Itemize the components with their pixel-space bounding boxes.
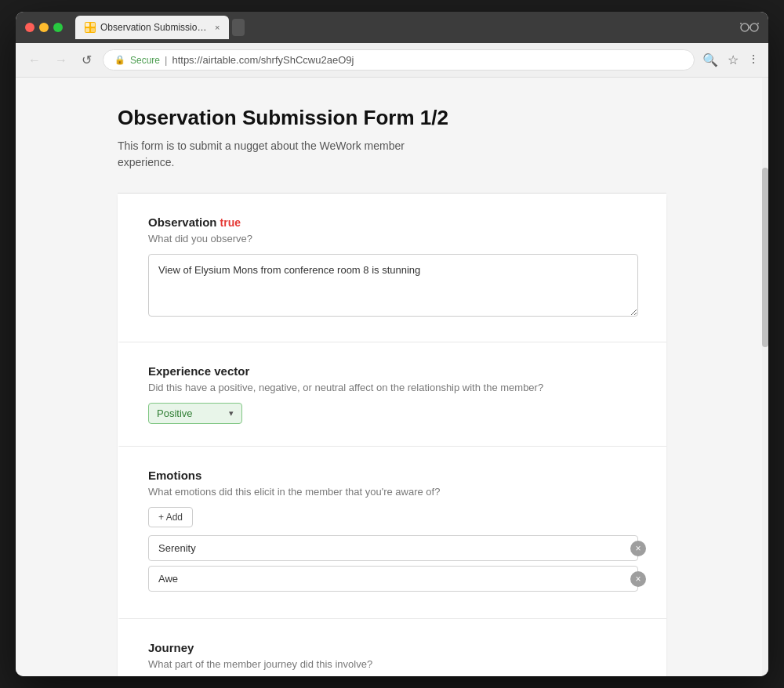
- experience-dropdown-wrapper: Positive ▾: [148, 403, 242, 424]
- close-button[interactable]: [25, 23, 34, 32]
- address-input[interactable]: 🔒 Secure | https://airtable.com/shrfyShC…: [103, 49, 695, 71]
- maximize-button[interactable]: [53, 23, 63, 32]
- tab-area: Observation Submission Form ×: [75, 16, 734, 39]
- tab-extra: [232, 19, 245, 36]
- emotion-item-serenity: ×: [148, 535, 638, 561]
- journey-description: What part of the member journey did this…: [148, 658, 638, 670]
- observation-description: What did you observe?: [148, 233, 638, 244]
- form-sections-wrapper: Observation true What did you observe? E…: [118, 194, 666, 676]
- forward-button[interactable]: →: [52, 50, 71, 71]
- bookmark-icon[interactable]: ☆: [728, 53, 739, 67]
- observation-label: Observation true: [148, 215, 638, 229]
- emotion-input-serenity[interactable]: [148, 535, 638, 561]
- menu-dots-icon[interactable]: ⋮: [748, 53, 759, 67]
- svg-rect-3: [85, 28, 89, 32]
- svg-point-6: [750, 24, 758, 31]
- active-tab[interactable]: Observation Submission Form ×: [75, 16, 229, 39]
- page-content: Observation Submission Form 1/2 This for…: [16, 78, 768, 676]
- url-text: https://airtable.com/shrfyShCcwu2aeO9j: [172, 54, 354, 66]
- minimize-button[interactable]: [39, 23, 49, 32]
- url-separator: |: [165, 54, 167, 66]
- emotions-label: Emotions: [148, 469, 638, 482]
- traffic-lights: [25, 23, 63, 32]
- experience-vector-section: Experience vector Did this have a positi…: [118, 342, 666, 446]
- lock-icon: 🔒: [114, 55, 125, 65]
- scrollbar-track: [762, 78, 768, 676]
- form-description: This form is to submit a nugget about th…: [118, 138, 447, 171]
- emotion-item-awe: ×: [148, 566, 638, 592]
- emotion-input-awe[interactable]: [148, 566, 638, 592]
- form-header: Observation Submission Form 1/2 This for…: [118, 78, 666, 194]
- experience-vector-description: Did this have a positive, negative, or n…: [148, 382, 638, 393]
- experience-dropdown[interactable]: Positive ▾: [148, 403, 242, 424]
- tab-close-icon[interactable]: ×: [215, 23, 220, 32]
- svg-rect-4: [91, 28, 95, 32]
- form-title: Observation Submission Form 1/2: [118, 106, 666, 130]
- address-bar: ← → ↺ 🔒 Secure | https://airtable.com/sh…: [16, 43, 768, 78]
- title-bar: Observation Submission Form ×: [16, 12, 768, 43]
- dropdown-arrow-icon: ▾: [229, 408, 234, 418]
- journey-section: Journey What part of the member journey …: [118, 618, 666, 676]
- search-icon[interactable]: 🔍: [702, 53, 718, 67]
- back-button[interactable]: ←: [25, 50, 44, 71]
- secure-label: Secure: [130, 55, 160, 66]
- tab-favicon: [85, 22, 96, 33]
- browser-menu-icon: [740, 20, 759, 35]
- svg-rect-2: [91, 23, 95, 27]
- observation-section: Observation true What did you observe?: [118, 194, 666, 342]
- address-actions: 🔍 ☆ ⋮: [702, 53, 759, 67]
- tab-title: Observation Submission Form: [100, 22, 210, 33]
- browser-window: Observation Submission Form × ← → ↺ 🔒 Se…: [16, 12, 768, 676]
- journey-label: Journey: [148, 641, 638, 654]
- scrollbar-thumb[interactable]: [762, 168, 768, 347]
- emotions-description: What emotions did this elicit in the mem…: [148, 486, 638, 498]
- remove-serenity-button[interactable]: ×: [630, 541, 646, 556]
- emotions-add-button[interactable]: + Add: [148, 507, 193, 527]
- remove-awe-button[interactable]: ×: [630, 571, 646, 587]
- svg-rect-1: [85, 23, 89, 27]
- required-star: true: [220, 216, 241, 229]
- observation-textarea[interactable]: [148, 254, 638, 317]
- form-container: Observation Submission Form 1/2 This for…: [86, 78, 698, 676]
- emotions-section: Emotions What emotions did this elicit i…: [118, 446, 666, 618]
- experience-selected-value: Positive: [157, 407, 193, 419]
- experience-vector-label: Experience vector: [148, 364, 638, 378]
- refresh-button[interactable]: ↺: [78, 49, 95, 71]
- svg-point-5: [741, 24, 749, 31]
